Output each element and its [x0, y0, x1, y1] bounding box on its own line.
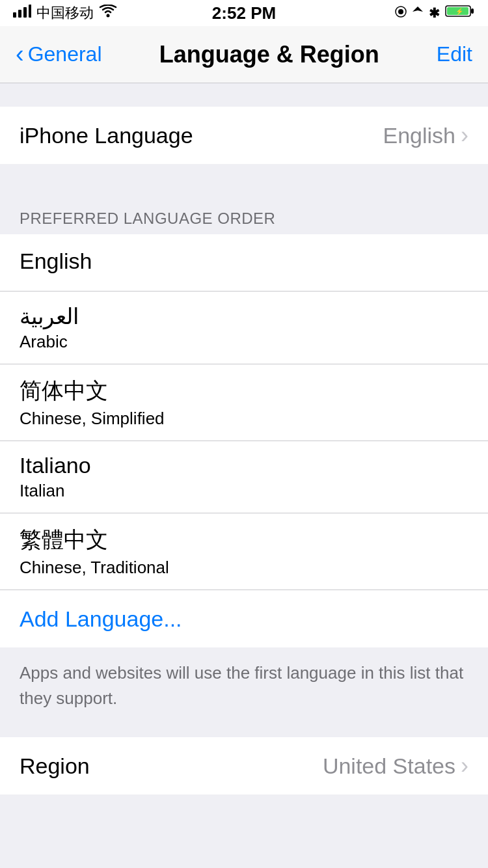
wifi-icon — [99, 5, 117, 21]
iphone-language-label: iPhone Language — [20, 123, 193, 148]
back-chevron-icon: ‹ — [16, 42, 24, 66]
language-native-0: English — [20, 249, 92, 274]
language-native-1: العربية — [20, 303, 468, 329]
back-button[interactable]: ‹ General — [16, 42, 102, 66]
bluetooth-icon: ✱ — [429, 5, 440, 21]
signal-bars-icon — [13, 5, 31, 21]
location-icon — [412, 5, 424, 21]
nav-title: Language & Region — [159, 41, 379, 68]
carrier-label: 中国移动 — [36, 3, 94, 23]
iphone-language-section: iPhone Language English › — [0, 107, 488, 164]
footer-note: Apps and websites will use the first lan… — [0, 647, 488, 724]
language-item-chinese-traditional[interactable]: 繁體中文 Chinese, Traditional — [0, 513, 488, 590]
language-native-3: Italiano — [20, 453, 468, 478]
svg-rect-2 — [23, 7, 27, 18]
add-language-label: Add Language... — [20, 606, 182, 632]
svg-point-6 — [398, 9, 403, 14]
svg-rect-9 — [471, 8, 474, 14]
region-row[interactable]: Region United States › — [0, 737, 488, 794]
language-english-3: Italian — [20, 481, 468, 501]
nav-bar: ‹ General Language & Region Edit — [0, 26, 488, 83]
region-section: Region United States › — [0, 737, 488, 794]
svg-point-4 — [107, 14, 110, 18]
chevron-right-icon: › — [461, 122, 468, 149]
preferred-language-header: PREFERRED LANGUAGE ORDER — [0, 197, 488, 234]
section-gap-region — [0, 724, 488, 737]
status-bar-right: ✱ ⚡ — [395, 4, 475, 22]
language-english-4: Chinese, Traditional — [20, 558, 468, 578]
language-item-arabic[interactable]: العربية Arabic — [0, 292, 488, 364]
language-english-1: Arabic — [20, 332, 468, 352]
battery-icon: ⚡ — [445, 4, 475, 22]
svg-text:⚡: ⚡ — [455, 7, 464, 16]
region-chevron-icon: › — [461, 752, 468, 780]
region-current: United States — [323, 753, 455, 779]
language-native-2: 简体中文 — [20, 376, 468, 406]
status-bar-left: 中国移动 — [13, 3, 117, 23]
section-gap-2 — [0, 164, 488, 197]
screen-record-icon — [395, 5, 407, 21]
svg-rect-0 — [13, 12, 16, 18]
language-native-4: 繁體中文 — [20, 525, 468, 555]
region-label: Region — [20, 753, 90, 779]
section-gap-top — [0, 83, 488, 107]
svg-rect-3 — [29, 5, 31, 18]
region-value: United States › — [323, 752, 468, 780]
iphone-language-row[interactable]: iPhone Language English › — [0, 107, 488, 164]
language-item-chinese-simplified[interactable]: 简体中文 Chinese, Simplified — [0, 364, 488, 441]
language-item-italian[interactable]: Italiano Italian — [0, 441, 488, 513]
svg-rect-1 — [18, 10, 21, 18]
language-item-english[interactable]: English — [0, 234, 488, 292]
back-label: General — [28, 42, 102, 66]
status-bar: 中国移动 2:52 PM ✱ — [0, 0, 488, 26]
preferred-language-list: English العربية Arabic 简体中文 Chinese, Sim… — [0, 234, 488, 647]
status-bar-time: 2:52 PM — [212, 3, 276, 23]
add-language-button[interactable]: Add Language... — [0, 590, 488, 647]
language-english-2: Chinese, Simplified — [20, 409, 468, 429]
iphone-language-current: English — [383, 123, 455, 148]
iphone-language-value: English › — [383, 122, 468, 149]
edit-button[interactable]: Edit — [437, 42, 472, 66]
